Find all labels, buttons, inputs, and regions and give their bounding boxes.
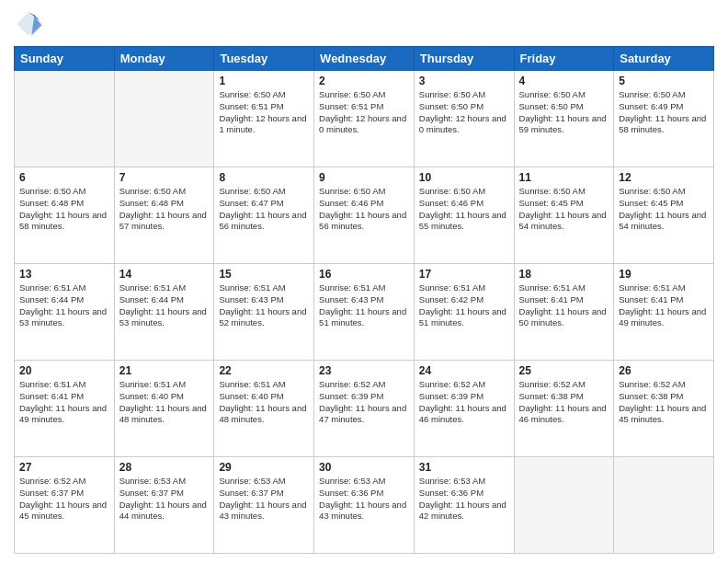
day-number: 6 xyxy=(19,171,109,184)
day-number: 16 xyxy=(319,268,409,281)
weekday-thursday: Thursday xyxy=(414,47,514,71)
day-number: 12 xyxy=(619,171,709,184)
day-cell: 13Sunrise: 6:51 AM Sunset: 6:44 PM Dayli… xyxy=(15,264,115,361)
day-info: Sunrise: 6:50 AM Sunset: 6:50 PM Dayligh… xyxy=(419,89,509,136)
weekday-friday: Friday xyxy=(514,47,614,71)
weekday-saturday: Saturday xyxy=(614,47,714,71)
day-info: Sunrise: 6:50 AM Sunset: 6:45 PM Dayligh… xyxy=(619,186,709,233)
day-number: 3 xyxy=(419,75,509,87)
day-number: 15 xyxy=(219,268,309,281)
logo-icon xyxy=(14,9,43,39)
day-number: 31 xyxy=(419,461,509,474)
day-info: Sunrise: 6:51 AM Sunset: 6:43 PM Dayligh… xyxy=(319,282,409,329)
day-cell: 6Sunrise: 6:50 AM Sunset: 6:48 PM Daylig… xyxy=(15,167,115,264)
page: SundayMondayTuesdayWednesdayThursdayFrid… xyxy=(0,0,728,563)
day-info: Sunrise: 6:51 AM Sunset: 6:42 PM Dayligh… xyxy=(419,282,509,329)
week-row-3: 20Sunrise: 6:51 AM Sunset: 6:41 PM Dayli… xyxy=(15,361,714,457)
day-number: 24 xyxy=(419,364,509,377)
day-number: 22 xyxy=(219,364,309,377)
day-number: 5 xyxy=(619,75,709,87)
day-cell: 26Sunrise: 6:52 AM Sunset: 6:38 PM Dayli… xyxy=(614,361,714,457)
day-number: 10 xyxy=(419,171,509,184)
day-cell: 19Sunrise: 6:51 AM Sunset: 6:41 PM Dayli… xyxy=(614,264,714,361)
day-number: 18 xyxy=(519,268,609,281)
day-cell: 31Sunrise: 6:53 AM Sunset: 6:36 PM Dayli… xyxy=(414,457,514,554)
weekday-tuesday: Tuesday xyxy=(214,47,314,71)
week-row-2: 13Sunrise: 6:51 AM Sunset: 6:44 PM Dayli… xyxy=(15,264,714,361)
day-cell: 5Sunrise: 6:50 AM Sunset: 6:49 PM Daylig… xyxy=(614,71,714,167)
day-cell: 1Sunrise: 6:50 AM Sunset: 6:51 PM Daylig… xyxy=(214,71,314,167)
day-number: 11 xyxy=(519,171,609,184)
day-number: 9 xyxy=(319,171,409,184)
day-info: Sunrise: 6:50 AM Sunset: 6:48 PM Dayligh… xyxy=(19,186,109,233)
day-cell: 3Sunrise: 6:50 AM Sunset: 6:50 PM Daylig… xyxy=(414,71,514,167)
day-cell: 4Sunrise: 6:50 AM Sunset: 6:50 PM Daylig… xyxy=(514,71,614,167)
day-number: 7 xyxy=(119,171,210,184)
day-info: Sunrise: 6:50 AM Sunset: 6:46 PM Dayligh… xyxy=(319,186,409,233)
day-cell: 10Sunrise: 6:50 AM Sunset: 6:46 PM Dayli… xyxy=(414,167,514,264)
weekday-sunday: Sunday xyxy=(15,47,115,71)
day-cell: 20Sunrise: 6:51 AM Sunset: 6:41 PM Dayli… xyxy=(15,361,115,457)
day-number: 26 xyxy=(619,364,709,377)
week-row-1: 6Sunrise: 6:50 AM Sunset: 6:48 PM Daylig… xyxy=(15,167,714,264)
day-cell xyxy=(614,457,714,554)
day-info: Sunrise: 6:52 AM Sunset: 6:38 PM Dayligh… xyxy=(519,379,609,426)
day-number: 2 xyxy=(319,75,409,87)
day-info: Sunrise: 6:52 AM Sunset: 6:39 PM Dayligh… xyxy=(419,379,509,426)
weekday-monday: Monday xyxy=(114,47,214,71)
day-cell: 11Sunrise: 6:50 AM Sunset: 6:45 PM Dayli… xyxy=(514,167,614,264)
day-number: 27 xyxy=(19,461,109,474)
week-row-0: 1Sunrise: 6:50 AM Sunset: 6:51 PM Daylig… xyxy=(15,71,714,167)
day-cell: 25Sunrise: 6:52 AM Sunset: 6:38 PM Dayli… xyxy=(514,361,614,457)
day-number: 13 xyxy=(19,268,109,281)
weekday-wednesday: Wednesday xyxy=(314,47,415,71)
day-cell: 29Sunrise: 6:53 AM Sunset: 6:37 PM Dayli… xyxy=(214,457,314,554)
week-row-4: 27Sunrise: 6:52 AM Sunset: 6:37 PM Dayli… xyxy=(15,457,714,554)
day-info: Sunrise: 6:52 AM Sunset: 6:37 PM Dayligh… xyxy=(19,476,109,523)
day-info: Sunrise: 6:53 AM Sunset: 6:36 PM Dayligh… xyxy=(319,476,409,523)
day-number: 21 xyxy=(119,364,210,377)
day-number: 25 xyxy=(519,364,609,377)
day-cell: 12Sunrise: 6:50 AM Sunset: 6:45 PM Dayli… xyxy=(614,167,714,264)
day-cell: 9Sunrise: 6:50 AM Sunset: 6:46 PM Daylig… xyxy=(314,167,415,264)
day-info: Sunrise: 6:50 AM Sunset: 6:49 PM Dayligh… xyxy=(619,89,709,136)
day-info: Sunrise: 6:51 AM Sunset: 6:41 PM Dayligh… xyxy=(519,282,609,329)
day-info: Sunrise: 6:50 AM Sunset: 6:47 PM Dayligh… xyxy=(219,186,309,233)
day-cell xyxy=(114,71,214,167)
day-cell: 28Sunrise: 6:53 AM Sunset: 6:37 PM Dayli… xyxy=(114,457,214,554)
day-info: Sunrise: 6:51 AM Sunset: 6:40 PM Dayligh… xyxy=(219,379,309,426)
day-cell: 18Sunrise: 6:51 AM Sunset: 6:41 PM Dayli… xyxy=(514,264,614,361)
day-number: 14 xyxy=(119,268,210,281)
day-info: Sunrise: 6:50 AM Sunset: 6:46 PM Dayligh… xyxy=(419,186,509,233)
day-cell: 16Sunrise: 6:51 AM Sunset: 6:43 PM Dayli… xyxy=(314,264,415,361)
day-info: Sunrise: 6:50 AM Sunset: 6:45 PM Dayligh… xyxy=(519,186,609,233)
day-number: 1 xyxy=(219,75,309,87)
logo xyxy=(14,9,47,39)
day-number: 23 xyxy=(319,364,409,377)
day-cell: 8Sunrise: 6:50 AM Sunset: 6:47 PM Daylig… xyxy=(214,167,314,264)
day-cell: 21Sunrise: 6:51 AM Sunset: 6:40 PM Dayli… xyxy=(114,361,214,457)
day-number: 30 xyxy=(319,461,409,474)
day-info: Sunrise: 6:51 AM Sunset: 6:41 PM Dayligh… xyxy=(619,282,709,329)
day-cell: 14Sunrise: 6:51 AM Sunset: 6:44 PM Dayli… xyxy=(114,264,214,361)
day-info: Sunrise: 6:53 AM Sunset: 6:37 PM Dayligh… xyxy=(119,476,210,523)
day-cell xyxy=(15,71,115,167)
day-info: Sunrise: 6:51 AM Sunset: 6:43 PM Dayligh… xyxy=(219,282,309,329)
day-cell: 22Sunrise: 6:51 AM Sunset: 6:40 PM Dayli… xyxy=(214,361,314,457)
day-cell: 15Sunrise: 6:51 AM Sunset: 6:43 PM Dayli… xyxy=(214,264,314,361)
day-cell: 17Sunrise: 6:51 AM Sunset: 6:42 PM Dayli… xyxy=(414,264,514,361)
header xyxy=(14,9,714,39)
day-info: Sunrise: 6:52 AM Sunset: 6:39 PM Dayligh… xyxy=(319,379,409,426)
day-number: 4 xyxy=(519,75,609,87)
day-number: 17 xyxy=(419,268,509,281)
day-number: 19 xyxy=(619,268,709,281)
day-info: Sunrise: 6:51 AM Sunset: 6:41 PM Dayligh… xyxy=(19,379,109,426)
day-info: Sunrise: 6:50 AM Sunset: 6:50 PM Dayligh… xyxy=(519,89,609,136)
day-info: Sunrise: 6:51 AM Sunset: 6:44 PM Dayligh… xyxy=(119,282,210,329)
day-info: Sunrise: 6:53 AM Sunset: 6:36 PM Dayligh… xyxy=(419,476,509,523)
day-info: Sunrise: 6:51 AM Sunset: 6:44 PM Dayligh… xyxy=(19,282,109,329)
day-info: Sunrise: 6:50 AM Sunset: 6:51 PM Dayligh… xyxy=(319,89,409,136)
weekday-header-row: SundayMondayTuesdayWednesdayThursdayFrid… xyxy=(15,47,714,71)
day-number: 20 xyxy=(19,364,109,377)
day-info: Sunrise: 6:53 AM Sunset: 6:37 PM Dayligh… xyxy=(219,476,309,523)
